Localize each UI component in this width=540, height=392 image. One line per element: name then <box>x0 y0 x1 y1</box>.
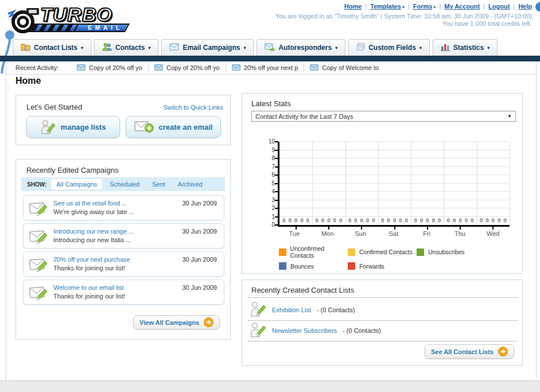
legend-label: Unconfirmed Contacts <box>290 245 348 259</box>
create-email-button[interactable]: create an email <box>126 116 221 138</box>
chart-value-label: 0 <box>289 218 292 223</box>
chart-legend: Unconfirmed ContactsConfirmed ContactsUn… <box>279 245 497 270</box>
recent-activity-bar: Recent Activity: Copy of 20% off yoCopy … <box>6 61 536 75</box>
dotted-divider <box>248 320 518 321</box>
person-pencil-icon <box>41 119 56 135</box>
campaign-subtitle: We're giving away our late ... <box>53 208 134 215</box>
page-title: Home <box>15 76 41 86</box>
campaign-title-link[interactable]: See us at the retail food ... <box>53 200 127 207</box>
chart-x-label: Fri <box>410 230 444 237</box>
dotted-divider <box>248 341 518 341</box>
top-link-templates[interactable]: Templates <box>370 3 401 10</box>
top-link-home[interactable]: Home <box>344 3 362 10</box>
top-link-help[interactable]: Help <box>518 3 532 10</box>
campaign-title-link[interactable]: Introducing our new range ... <box>53 228 134 235</box>
recent-activity-item[interactable]: Copy of Welcome to <box>304 64 384 72</box>
campaign-tab-archived[interactable]: Archived <box>173 179 208 189</box>
nav-tab-contacts[interactable]: Contacts▾ <box>94 39 158 56</box>
select-arrow-icon: ▼ <box>507 114 512 119</box>
campaign-card[interactable]: Introducing our new range ...Introducing… <box>23 223 224 249</box>
campaign-date: 30 Jun 2009 <box>182 256 217 263</box>
chart-value-label: 0 <box>300 218 303 223</box>
recent-activity-item[interactable]: 20% off your next p <box>226 64 304 72</box>
contacts-people-icon <box>102 42 112 53</box>
chart-x-labels: TueMonSunSatFriThuWed <box>278 230 510 237</box>
envelope-pencil-icon <box>29 285 49 303</box>
login-info-text: You are logged in as "Timothy Smith" | S… <box>275 13 532 20</box>
chart-vgridline <box>312 142 313 225</box>
contact-list-name-link[interactable]: Newsletter Subscribers <box>272 327 337 334</box>
chart-value-label: 0 <box>348 218 351 223</box>
nav-tab-autoresponders[interactable]: Autoresponders▾ <box>257 39 345 56</box>
top-link-forms[interactable]: Forms <box>413 3 433 10</box>
recent-activity-item-label: Copy of 20% off yo <box>89 64 142 71</box>
stats-period-select[interactable]: Contact Activity for the Last 7 Days ▼ <box>251 111 516 122</box>
chart-value-label: 0 <box>393 218 396 223</box>
see-all-contact-lists-button[interactable]: See All Contact Lists <box>425 344 514 359</box>
chart-value-label: 0 <box>405 218 408 223</box>
campaign-subtitle: Thanks for joining our list! <box>53 293 125 300</box>
link-separator: | <box>365 3 367 10</box>
campaign-subtitle: Thanks for joining our list! <box>53 265 125 271</box>
chart-plot-area: 0123456789100000000000000000000000000000… <box>278 142 510 227</box>
turbo-email-logo[interactable]: TURBO EMAIL <box>3 2 141 34</box>
chart-value-labels-group: 00000 <box>477 218 510 223</box>
chart-y-tick <box>275 208 278 209</box>
chart-hgridline <box>279 150 510 150</box>
contact-activity-chart: 0123456789100000000000000000000000000000… <box>251 138 516 243</box>
campaign-title-link[interactable]: 20% off your next purchase <box>53 256 130 263</box>
contact-list-item[interactable]: Newsletter Subscribers- (0 Contacts) <box>250 321 381 340</box>
chart-value-label: 0 <box>294 218 297 223</box>
campaign-card[interactable]: 20% off your next purchaseThanks for joi… <box>23 251 224 277</box>
contact-list-name-link[interactable]: Exhibition List <box>272 306 311 313</box>
link-separator: | <box>513 3 515 10</box>
switch-quick-links-link[interactable]: Switch to Quick Links <box>163 104 223 111</box>
create-email-label: create an email <box>159 123 213 131</box>
campaign-tab-scheduled[interactable]: Scheduled <box>104 179 145 189</box>
chart-value-label: 0 <box>504 218 507 223</box>
campaign-card[interactable]: Welcome to our email listThanks for join… <box>23 280 224 305</box>
legend-label: Forwards <box>359 263 384 270</box>
chart-value-label: 0 <box>387 218 390 223</box>
chart-hgridline <box>279 166 510 167</box>
show-label: SHOW: <box>27 181 46 188</box>
nav-tab-custom-fields[interactable]: Custom Fields▾ <box>348 39 430 56</box>
chart-value-labels-group: 00000 <box>411 218 444 223</box>
chart-value-label: 0 <box>327 218 330 223</box>
top-link-my-account[interactable]: My Account <box>444 3 480 10</box>
nav-tab-label: Email Campaigns <box>182 44 240 52</box>
chart-value-label: 0 <box>333 218 336 223</box>
arrow-circle-icon <box>498 347 508 356</box>
legend-swatch <box>279 262 286 270</box>
contact-lists-folder-icon <box>21 42 30 53</box>
recent-activity-item[interactable]: Copy of 20% off yo <box>71 64 148 72</box>
chevron-down-icon: ▾ <box>81 45 83 51</box>
logo-email-text: EMAIL <box>88 25 123 31</box>
recent-activity-item[interactable]: Copy of 20% off yo <box>148 64 226 72</box>
contact-list-item[interactable]: Exhibition List- (0 Contacts) <box>250 301 355 319</box>
view-all-campaigns-button[interactable]: View All Campaigns <box>133 315 220 329</box>
chart-vgridline <box>345 142 346 225</box>
campaign-card[interactable]: See us at the retail food ...We're givin… <box>23 195 224 220</box>
campaign-tab-sent[interactable]: Sent <box>147 179 170 189</box>
top-link-logout[interactable]: Logout <box>488 3 510 10</box>
legend-item-forwards: Forwards <box>348 262 417 270</box>
nav-tab-statistics[interactable]: Statistics▾ <box>433 39 498 56</box>
envelope-icon <box>154 64 163 72</box>
nav-tab-contact-lists[interactable]: Contact Lists▾ <box>13 39 91 56</box>
chart-vgridline <box>477 142 477 225</box>
legend-label: Bounces <box>290 263 314 270</box>
person-pencil-icon <box>250 301 266 319</box>
recent-activity-item-label: Copy of Welcome to <box>322 64 379 71</box>
chart-value-label: 0 <box>492 218 495 223</box>
stats-period-value: Contact Activity for the Last 7 Days <box>255 113 353 120</box>
contact-list-count: - (0 Contacts) <box>317 306 355 313</box>
manage-lists-button[interactable]: manage lists <box>26 116 120 138</box>
chart-value-label: 0 <box>414 218 417 223</box>
nav-tab-email-campaigns[interactable]: Email Campaigns▾ <box>161 39 254 56</box>
chart-value-label: 0 <box>339 218 342 223</box>
chart-value-label: 0 <box>459 218 462 223</box>
campaign-tab-all-campaigns[interactable]: All Campaigns <box>51 179 102 189</box>
campaign-title-link[interactable]: Welcome to our email list <box>53 284 124 291</box>
chart-value-label: 0 <box>480 218 483 223</box>
